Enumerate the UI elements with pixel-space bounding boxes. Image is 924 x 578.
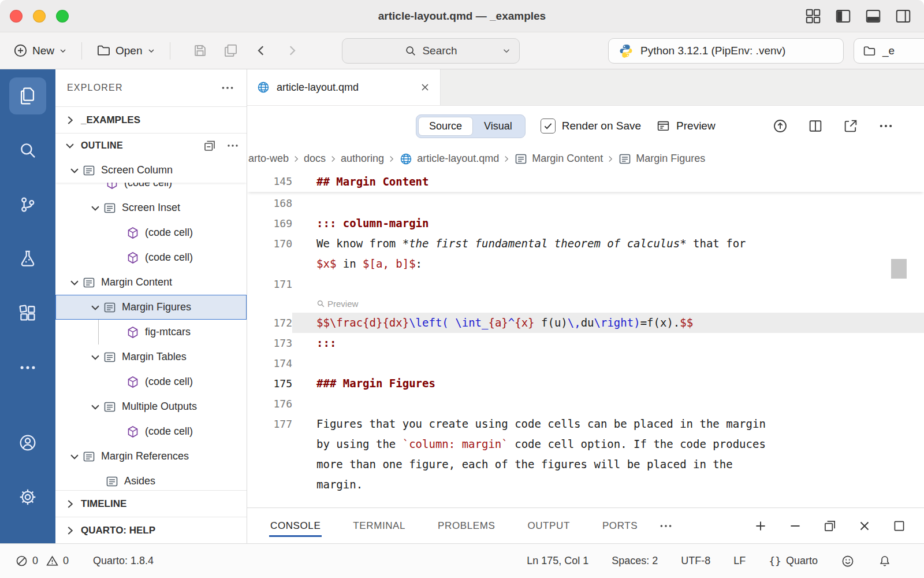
more-actions-icon[interactable] — [878, 118, 894, 134]
sidebar-section-timeline[interactable]: TIMELINE — [55, 490, 247, 517]
render-on-save-checkbox[interactable] — [541, 118, 556, 134]
line-content: $$\frac{d}{dx}\left( \int_{a}^{x} f(u)\,… — [292, 313, 924, 333]
eol-status[interactable]: LF — [733, 555, 746, 567]
chevron-right-icon — [62, 497, 77, 512]
activity-account[interactable] — [9, 424, 46, 461]
outline-item-code-cell[interactable]: (code cell) — [55, 220, 247, 245]
code-line-170[interactable]: 170We know from *the first fundamental t… — [247, 234, 924, 254]
code-line-wrap[interactable]: $x$ in $[a, b]$: — [247, 254, 924, 274]
outline-item-margin-figures[interactable]: Margin Figures — [55, 295, 247, 320]
code-line-175[interactable]: 175### Margin Figures — [247, 373, 924, 394]
notifications-bell-icon[interactable] — [878, 554, 892, 568]
outline-item-screen-column[interactable]: Screen Column — [55, 158, 247, 183]
panel-tab-ports[interactable]: PORTS — [601, 515, 639, 537]
open-button[interactable]: Open — [94, 40, 158, 61]
workspace-folder-button[interactable]: _e — [854, 38, 924, 64]
more-actions-icon[interactable] — [220, 80, 235, 95]
outline-item-margin-tables[interactable]: Margin Tables — [55, 344, 247, 369]
new-button[interactable]: New — [10, 40, 70, 61]
customize-layout-button[interactable] — [804, 7, 822, 25]
outline-item-code-cell[interactable]: (code cell) — [55, 419, 247, 444]
code-line-wrap[interactable]: margin. — [247, 475, 924, 495]
outline-item-multiple-outputs[interactable]: Multiple Outputs — [55, 394, 247, 419]
code-line-168[interactable]: 168 — [247, 193, 924, 213]
code-line-wrap[interactable]: by using the `column: margin` code cell … — [247, 434, 924, 454]
interpreter-selector[interactable]: Python 3.12.1 (PipEnv: .venv) — [608, 38, 844, 64]
problems-status[interactable]: 0 0 — [15, 554, 69, 568]
sidebar-section-quarto-help[interactable]: QUARTO: HELP — [55, 517, 247, 543]
sidebar-section-examples[interactable]: _EXAMPLES — [55, 106, 247, 133]
search-box[interactable]: Search — [342, 38, 520, 64]
activity-more[interactable] — [9, 349, 46, 386]
outline-item-code-cell[interactable]: (code cell) — [55, 369, 247, 394]
more-actions-icon[interactable] — [658, 518, 673, 533]
publish-icon[interactable] — [772, 118, 788, 134]
code-line-145[interactable]: 145## Margin Content — [247, 171, 924, 192]
outline-item-margin-references[interactable]: Margin References — [55, 444, 247, 469]
collapse-all-icon[interactable] — [203, 139, 217, 153]
editor-tab-article-layout[interactable]: article-layout.qmd — [247, 69, 441, 105]
section-icon — [103, 201, 117, 215]
toggle-panel-button[interactable] — [864, 7, 882, 25]
breadcrumb-item-margin-figures[interactable]: Margin Figures — [618, 152, 705, 166]
breadcrumb-item-article-layout-qmd[interactable]: article-layout.qmd — [399, 152, 499, 166]
panel-tab-console[interactable]: CONSOLE — [269, 515, 322, 537]
outline-item-asides[interactable]: Asides — [55, 469, 247, 490]
render-on-save-control[interactable]: Render on Save — [541, 118, 641, 134]
code-line-wrap[interactable]: more than one figure, each of the figure… — [247, 454, 924, 475]
navigate-back-button[interactable] — [254, 43, 269, 58]
close-icon[interactable] — [857, 518, 872, 533]
code-line-177[interactable]: 177Figures that you create using code ce… — [247, 414, 924, 434]
source-mode-button[interactable]: Source — [418, 117, 473, 136]
code-line-174[interactable]: 174 — [247, 353, 924, 373]
close-icon[interactable] — [419, 81, 431, 93]
language-mode-status[interactable]: {} Quarto — [769, 555, 818, 567]
outline-item-margin-content[interactable]: Margin Content — [55, 270, 247, 295]
sidebar-section-outline[interactable]: OUTLINE — [55, 133, 247, 158]
activity-search[interactable] — [9, 132, 46, 169]
indentation-status[interactable]: Spaces: 2 — [612, 555, 658, 567]
feedback-smiley-icon[interactable] — [841, 554, 855, 568]
cursor-position-status[interactable]: Ln 175, Col 1 — [527, 555, 588, 567]
editor-scrollbar[interactable] — [891, 259, 907, 279]
navigate-forward-button[interactable] — [284, 43, 300, 58]
panel-tab-problems[interactable]: PROBLEMS — [437, 515, 496, 537]
chevron-down-icon — [62, 138, 77, 153]
outline-item-code-cell[interactable]: (code cell) — [55, 245, 247, 270]
activity-explorer[interactable] — [9, 77, 46, 114]
panel-tab-output[interactable]: OUTPUT — [526, 515, 571, 537]
code-editor[interactable]: 145## Margin Content168169::: column-mar… — [247, 171, 924, 507]
activity-source-control[interactable] — [9, 186, 46, 223]
breadcrumb-item-margin-content[interactable]: Margin Content — [514, 152, 603, 166]
minimize-icon[interactable] — [788, 518, 803, 533]
code-line-171[interactable]: 171 — [247, 274, 924, 294]
outline-item-fig-mtcars[interactable]: fig-mtcars — [55, 320, 247, 344]
code-lens[interactable]: Preview — [247, 294, 924, 313]
save-button[interactable] — [192, 43, 208, 58]
code-line-172[interactable]: 172$$\frac{d}{dx}\left( \int_{a}^{x} f(u… — [247, 313, 924, 333]
code-line-173[interactable]: 173::: — [247, 333, 924, 353]
encoding-status[interactable]: UTF-8 — [681, 555, 710, 567]
panel-tab-terminal[interactable]: TERMINAL — [352, 515, 407, 537]
code-line-176[interactable]: 176 — [247, 394, 924, 414]
activity-testing[interactable] — [9, 240, 46, 277]
activity-settings[interactable] — [9, 479, 46, 516]
breadcrumb-item-docs[interactable]: docs — [304, 153, 326, 165]
open-external-icon[interactable] — [843, 118, 859, 134]
plus-icon[interactable] — [753, 518, 768, 533]
toggle-secondary-sidebar-button[interactable] — [894, 7, 912, 25]
visual-mode-button[interactable]: Visual — [473, 117, 523, 136]
quarto-version-status[interactable]: Quarto: 1.8.4 — [93, 555, 154, 567]
more-actions-icon[interactable] — [226, 139, 240, 153]
maximize-panel-icon[interactable] — [892, 518, 907, 533]
code-line-169[interactable]: 169::: column-margin — [247, 213, 924, 234]
save-all-button[interactable] — [223, 43, 239, 58]
restore-panel-icon[interactable] — [822, 518, 837, 533]
split-editor-icon[interactable] — [807, 118, 824, 134]
breadcrumb-item-authoring[interactable]: authoring — [341, 153, 384, 165]
preview-button[interactable]: Preview — [656, 119, 716, 134]
activity-extensions[interactable] — [9, 295, 46, 332]
toggle-primary-sidebar-button[interactable] — [834, 7, 852, 25]
breadcrumb-item-arto-web[interactable]: arto-web — [248, 153, 289, 165]
outline-item-screen-inset[interactable]: Screen Inset — [55, 195, 247, 220]
